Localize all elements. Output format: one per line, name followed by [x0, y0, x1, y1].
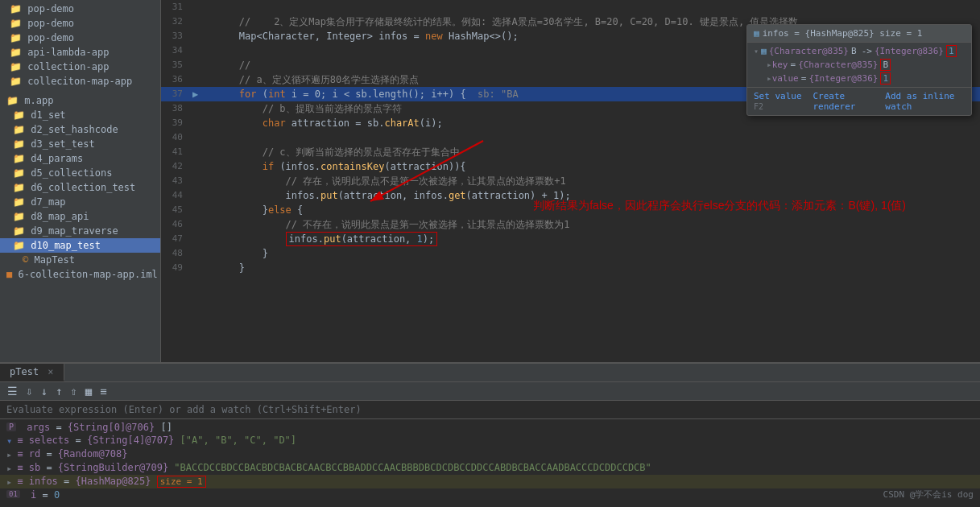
sidebar-item-d3[interactable]: 📁 d3_set_test — [0, 137, 160, 151]
folder-icon: 📁 — [13, 182, 31, 193]
console-down2-btn[interactable]: ↓ — [38, 384, 49, 398]
editor-area: 31 32 // 2、定义Map集合用于存储最终统计的结果。例如: 选择A景点=… — [161, 0, 980, 362]
folder-icon: 📁 — [13, 167, 31, 179]
expand-arrow: ▾ — [754, 47, 759, 56]
java-icon: © — [23, 254, 34, 266]
console-filter-btn[interactable]: ▦ — [83, 384, 94, 398]
code-line-40: 40 — [161, 130, 980, 145]
code-line-31: 31 — [161, 0, 980, 14]
editor-content: 31 32 // 2、定义Map集合用于存储最终统计的结果。例如: 选择A景点=… — [161, 0, 980, 362]
folder-icon: 📁 — [13, 196, 31, 208]
code-line-45: 45 }else { — [161, 203, 980, 217]
sidebar-item-d5[interactable]: 📁 d5_collections — [0, 166, 160, 180]
set-value-button[interactable]: Set value F2 — [754, 91, 803, 112]
debug-popup: ▦ infos = {HashMap@825} size = 1 ▾ ▦ {Ch… — [746, 24, 972, 116]
folder-icon: 📁 — [13, 153, 31, 164]
folder-icon: 📁 — [13, 124, 31, 135]
sidebar-item-pop-demo-2[interactable]: 📁 pop-demo — [0, 16, 160, 31]
bottom-panel: pTest × ☰ ⇩ ↓ ↑ ⇧ ▦ ≡ Evaluate expressio… — [0, 362, 980, 507]
console-entry-sb: ▸ ≡ sb = {StringBuilder@709} "BACCDCCBDC… — [0, 461, 980, 475]
sidebar-item-pop-demo-3[interactable]: 📁 pop-demo — [0, 31, 160, 45]
expand-icon-rd: ▸ — [6, 449, 12, 460]
sidebar-item-d1[interactable]: 📁 d1_set — [0, 108, 160, 122]
code-line-47: 47 infos.put(attraction, 1); — [161, 232, 980, 246]
expand-arrow-sm2: ▸ — [767, 73, 772, 84]
sidebar-item-collection-app[interactable]: 📁 collection-app — [0, 60, 160, 74]
tab-close-icon[interactable]: × — [48, 366, 53, 377]
code-line-41: 41 // c、判断当前选择的景点是否存在于集合中 — [161, 145, 980, 159]
code-line-44: 44 infos.put(attraction, infos.get(attra… — [161, 188, 980, 203]
console-up-btn[interactable]: ↑ — [53, 384, 64, 398]
folder-icon: 📁 — [10, 76, 27, 87]
folder-icon: 📁 — [13, 109, 31, 121]
code-line-39: 39 char attraction = sb.charAt(i); — [161, 116, 980, 130]
debug-sub-value[interactable]: ▸ value = {Integer@836} 1 — [763, 72, 968, 85]
expand-arrow-sm: ▸ — [767, 60, 772, 70]
map-icon-sm: ▦ — [761, 46, 767, 56]
console-settings-btn[interactable]: ≡ — [97, 384, 109, 398]
console-down-btn[interactable]: ⇩ — [23, 384, 35, 398]
create-renderer-button[interactable]: Create renderer — [813, 91, 875, 112]
sidebar-item-api-lambda[interactable]: 📁 api-lambda-app — [0, 45, 160, 60]
sidebar-item-d2[interactable]: 📁 d2_set_hashcode — [0, 122, 160, 137]
sidebar-item-d4[interactable]: 📁 d4_params — [0, 151, 160, 166]
console-up2-btn[interactable]: ⇧ — [68, 384, 79, 398]
i-icon: 01 — [6, 490, 20, 498]
folder-icon: 📁 — [10, 18, 27, 29]
sidebar-item-d9[interactable]: 📁 d9_map_traverse — [0, 224, 160, 238]
sidebar-item-colleciton-map[interactable]: 📁 colleciton-map-app — [0, 74, 160, 89]
debug-entry-0[interactable]: ▾ ▦ {Character@835} B -> {Integer@836} 1 — [751, 44, 968, 58]
sidebar: 📁 pop-demo 📁 pop-demo 📁 pop-demo 📁 api-l… — [0, 0, 161, 362]
debug-popup-header: ▦ infos = {HashMap@825} size = 1 — [747, 25, 971, 43]
folder-icon: 📁 — [10, 47, 27, 58]
iml-icon: ■ — [6, 269, 18, 280]
code-line-49: 49 } — [161, 261, 980, 275]
sidebar-item-d8[interactable]: 📁 d8_map_api — [0, 209, 160, 224]
console-entry-infos: ▸ ≡ infos = {HashMap@825} size = 1 — [0, 475, 980, 488]
expand-icon-infos: ▸ — [6, 476, 12, 488]
sidebar-item-pop-demo-1[interactable]: 📁 pop-demo — [0, 2, 160, 16]
debug-sub-entries: ▸ key = {Character@835} B ▸ value = {Int… — [751, 58, 968, 85]
expand-icon-sb: ▸ — [6, 463, 12, 474]
console-entry-i: 01 i = 0 — [0, 488, 980, 501]
console-content: P args = {String[0]@706} [] ▾ ≡ selects … — [0, 419, 980, 507]
watermark: CSDN @学不会is dog — [883, 488, 974, 501]
folder-icon: 📁 — [13, 240, 31, 251]
bottom-tabs: pTest × — [0, 364, 980, 382]
tab-ptest[interactable]: pTest × — [0, 364, 64, 381]
map-icon: ▦ — [754, 28, 759, 39]
console-entry-args: P args = {String[0]@706} [] — [0, 421, 980, 434]
code-line-46: 46 // 不存在，说明此景点是第一次被选择，让其景点的选择票数为1 — [161, 217, 980, 232]
folder-icon: 📁 — [13, 211, 31, 222]
console-toolbar: ☰ ⇩ ↓ ↑ ⇧ ▦ ≡ — [0, 382, 980, 401]
console-input-bar: Evaluate expression (Enter) or add a wat… — [0, 401, 980, 419]
debug-tree: ▾ ▦ {Character@835} B -> {Integer@836} 1… — [747, 43, 971, 87]
code-line-42: 42 if (infos.containsKey(attraction)){ — [161, 159, 980, 174]
folder-icon: 📁 — [13, 225, 31, 237]
folder-icon: 📁 — [10, 61, 27, 72]
sidebar-item-maptest[interactable]: © MapTest — [0, 253, 160, 267]
folder-icon: 📁 — [13, 138, 31, 150]
sidebar-item-iml[interactable]: ■ 6-colleciton-map-app.iml — [0, 267, 160, 282]
console-lines-btn[interactable]: ☰ — [5, 384, 20, 398]
console-entry-selects: ▾ ≡ selects = {String[4]@707} ["A", "B",… — [0, 434, 980, 447]
sidebar-item-d6[interactable]: 📁 d6_collection_test — [0, 180, 160, 195]
add-inline-watch-button[interactable]: Add as inline watch — [885, 91, 965, 112]
p-icon: P — [6, 422, 16, 431]
sidebar-item-m-app[interactable]: 📁 m.app — [0, 93, 160, 108]
debug-actions: Set value F2 Create renderer Add as inli… — [747, 87, 971, 115]
folder-icon: 📁 — [6, 95, 24, 106]
sidebar-item-d7[interactable]: 📁 d7_map — [0, 195, 160, 209]
console-entry-rd: ▸ ≡ rd = {Random@708} — [0, 447, 980, 461]
code-line-48: 48 } — [161, 246, 980, 261]
sidebar-item-d10[interactable]: 📁 d10_map_test — [0, 238, 160, 253]
debug-sub-key[interactable]: ▸ key = {Character@835} B — [763, 58, 968, 72]
folder-icon: 📁 — [10, 32, 27, 43]
code-line-43: 43 // 存在，说明此景点不是第一次被选择，让其景点的选择票数+1 — [161, 174, 980, 188]
list-icon: ▾ — [6, 435, 12, 447]
folder-icon: 📁 — [10, 3, 27, 14]
